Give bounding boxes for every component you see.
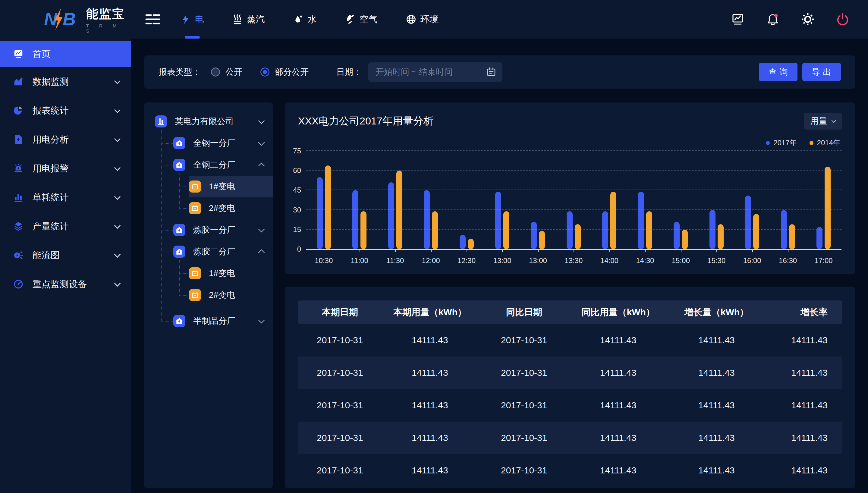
chevron-down-icon[interactable] <box>258 117 265 124</box>
sidebar-item-数据监测[interactable]: 数据监测 <box>0 67 131 96</box>
sidebar: 首页数据监测报表统计用电分析用电报警单耗统计产量统计能流图重点监测设备 <box>0 39 131 493</box>
sidebar-item-label: 重点监测设备 <box>32 278 87 291</box>
chevron-down-icon[interactable] <box>258 226 265 232</box>
collapse-menu-icon[interactable] <box>145 13 161 25</box>
calendar-icon[interactable] <box>486 67 496 77</box>
tab-水[interactable]: 水 <box>293 0 317 39</box>
chevron-down-icon[interactable] <box>114 107 121 113</box>
sidebar-item-能流图[interactable]: 能流图 <box>0 241 131 270</box>
radio-circle[interactable] <box>211 67 220 77</box>
metric-dropdown[interactable]: 用量 <box>804 113 842 130</box>
content-row: 某电力有限公司全钢一分厂全钢二分厂1#变电2#变电炼胶一分厂炼胶二分厂1#变电2… <box>144 103 855 488</box>
export-button[interactable]: 导 出 <box>802 63 841 81</box>
bar-2017年 <box>674 222 680 249</box>
chevron-down-icon[interactable] <box>258 139 265 146</box>
chevron-down-icon[interactable] <box>258 317 265 323</box>
table-cell: 14111.43 <box>666 400 767 410</box>
org-tree-panel: 某电力有限公司全钢一分厂全钢二分厂1#变电2#变电炼胶一分厂炼胶二分厂1#变电2… <box>144 103 273 488</box>
x-axis-label: 17:00 <box>807 249 840 265</box>
chevron-down-icon[interactable] <box>114 135 121 142</box>
tree-node-全钢二分厂[interactable]: 全钢二分厂 <box>173 154 273 176</box>
tree-node-某电力有限公司[interactable]: 某电力有限公司 <box>155 111 273 132</box>
metric-dropdown-label: 用量 <box>810 115 827 127</box>
sidebar-item-用电分析[interactable]: 用电分析 <box>0 125 131 154</box>
radio-公开[interactable]: 公开 <box>211 66 242 78</box>
tree-node-2#变电[interactable]: 2#变电 <box>189 197 273 219</box>
chart-monitor-icon[interactable] <box>731 12 745 26</box>
x-axis-label: 11:30 <box>378 249 412 265</box>
tree-node-炼胶二分厂[interactable]: 炼胶二分厂 <box>173 241 273 262</box>
bar-2014年 <box>361 211 367 249</box>
tab-蒸汽[interactable]: 蒸汽 <box>232 0 265 39</box>
table-body: 2017-10-3114111.432017-10-3114111.431411… <box>298 324 842 487</box>
sidebar-item-用电报警[interactable]: 用电报警 <box>0 154 131 183</box>
topbar-actions <box>731 12 868 26</box>
bar-2014年 <box>325 166 331 249</box>
x-axis-label: 14:30 <box>628 249 661 265</box>
tab-环境[interactable]: 环境 <box>406 0 438 39</box>
report-type-radios: 公开部分公开 <box>201 66 309 78</box>
tab-空气[interactable]: 空气 <box>345 0 378 39</box>
sidebar-item-报表统计[interactable]: 报表统计 <box>0 96 131 125</box>
steam-icon <box>232 14 243 24</box>
bar-group-16:30 <box>781 152 795 249</box>
y-axis-tick: 30 <box>293 206 301 214</box>
chevron-down-icon[interactable] <box>114 78 121 84</box>
chevron-down-icon[interactable] <box>114 251 121 258</box>
y-axis-tick: 60 <box>293 166 301 175</box>
chevron-down-icon[interactable] <box>114 280 121 286</box>
power-icon[interactable] <box>836 12 850 26</box>
date-range-field[interactable] <box>375 67 486 77</box>
bar-2017年 <box>745 196 751 249</box>
bar-group-14:30 <box>638 152 652 249</box>
tree-node-label: 2#变电 <box>209 202 235 214</box>
radio-circle[interactable] <box>260 67 269 77</box>
brand-text: 能监宝 T R M S <box>86 5 131 34</box>
bell-icon[interactable] <box>765 12 780 26</box>
bar-2017年 <box>817 227 823 249</box>
tree-node-1#变电[interactable]: 1#变电 <box>189 262 273 284</box>
chevron-up-icon[interactable] <box>258 163 265 169</box>
x-axis-label: 13:30 <box>557 249 590 265</box>
gear-icon[interactable] <box>801 12 815 26</box>
globe-icon <box>406 14 416 24</box>
tree-node-炼胶一分厂[interactable]: 炼胶一分厂 <box>173 219 273 241</box>
tree-node-2#变电[interactable]: 2#变电 <box>189 284 273 306</box>
sidebar-item-产量统计[interactable]: 产量统计 <box>0 212 131 241</box>
table-cell: 14111.43 <box>570 433 666 443</box>
chevron-up-icon[interactable] <box>258 249 265 256</box>
sidebar-item-首页[interactable]: 首页 <box>0 41 131 67</box>
chevron-down-icon[interactable] <box>114 222 121 229</box>
chart-legend: 2017年2014年 <box>766 138 840 148</box>
chart-header: XXX电力公司2017年用量分析 用量 <box>298 113 842 130</box>
table-cell: 2017-10-31 <box>478 335 570 345</box>
sidebar-item-单耗统计[interactable]: 单耗统计 <box>0 183 131 212</box>
sidebar-item-重点监测设备[interactable]: 重点监测设备 <box>0 270 131 299</box>
chevron-down-icon[interactable] <box>114 193 121 200</box>
date-range-input[interactable] <box>368 62 502 82</box>
table-cell: 14111.43 <box>767 433 842 443</box>
table-cell: 14111.43 <box>570 368 666 378</box>
bar-2014年 <box>753 214 759 249</box>
tree-node-半制品分厂[interactable]: 半制品分厂 <box>173 310 273 332</box>
radio-部分公开[interactable]: 部分公开 <box>260 66 309 78</box>
table-cell: 2017-10-31 <box>298 335 382 345</box>
sidebar-item-label: 用电分析 <box>32 133 69 146</box>
tab-电[interactable]: 电 <box>180 0 204 39</box>
tree-node-1#变电[interactable]: 1#变电 <box>189 176 273 197</box>
query-button[interactable]: 查 询 <box>759 63 798 81</box>
table-cell: 14111.43 <box>767 465 842 475</box>
y-axis-tick: 15 <box>293 226 301 234</box>
usage-chart-card: XXX电力公司2017年用量分析 用量 2017年2014年 10:3011:0… <box>285 103 855 274</box>
tree-node-全钢一分厂[interactable]: 全钢一分厂 <box>173 132 273 154</box>
legend-item-2017年[interactable]: 2017年 <box>766 138 797 148</box>
chevron-down-icon[interactable] <box>114 165 121 171</box>
data-monitor-icon <box>13 77 23 87</box>
x-axis-label: 12:30 <box>450 249 483 265</box>
legend-item-2014年[interactable]: 2014年 <box>809 138 840 148</box>
legend-dot <box>809 141 813 145</box>
factory-icon <box>173 245 186 258</box>
radio-label: 公开 <box>225 66 242 78</box>
table-cell: 14111.43 <box>666 335 767 345</box>
chart-title: XXX电力公司2017年用量分析 <box>298 114 434 128</box>
